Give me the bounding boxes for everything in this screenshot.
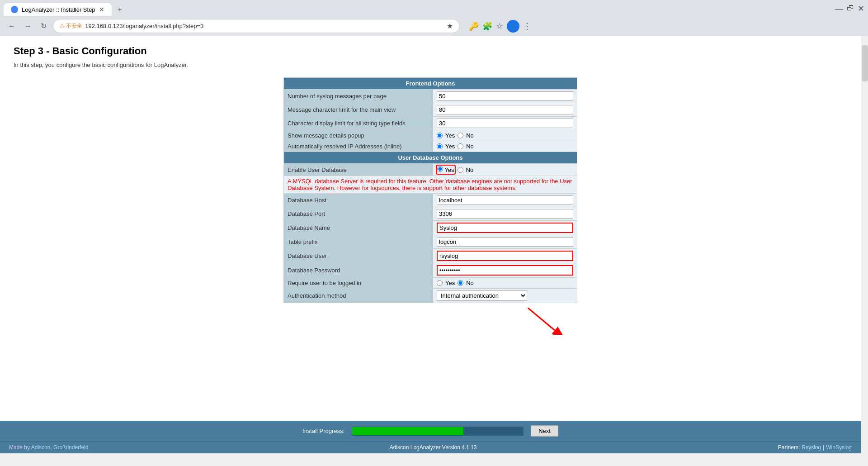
syslog-per-page-label: Number of syslog messages per page [284, 90, 433, 103]
install-progress-label: Install Progress: [302, 428, 344, 434]
char-limit-main-input[interactable] [437, 105, 573, 114]
table-row: Database User [284, 249, 577, 263]
frontend-options-title: Frontend Options [284, 78, 577, 90]
show-popup-no-radio[interactable] [458, 133, 463, 138]
tab-title: LogAnalyzer :: Installer Step [22, 6, 95, 13]
window-close-button[interactable]: ✕ [858, 5, 864, 13]
auto-resolve-cell: Yes No [433, 141, 577, 152]
auto-resolve-no-label: No [466, 143, 474, 150]
db-pass-cell [433, 263, 577, 278]
window-minimize-button[interactable]: — [835, 5, 843, 13]
show-popup-cell: Yes No [433, 130, 577, 141]
reload-button[interactable]: ↻ [38, 20, 49, 32]
char-limit-string-label: Character display limit for all string t… [284, 117, 433, 130]
auto-resolve-yes-radio[interactable] [437, 143, 443, 149]
enable-db-no-label: No [466, 166, 474, 173]
enable-db-yes-radio[interactable] [437, 166, 443, 172]
require-login-no-radio[interactable] [458, 280, 463, 286]
show-popup-no-label: No [466, 132, 474, 139]
require-login-yes-radio[interactable] [437, 280, 443, 286]
mysql-warning-row: A MYSQL database Server is required for … [284, 176, 577, 194]
footer-winsyslog-link[interactable]: WinSyslog [826, 444, 852, 451]
frontend-options-header: Frontend Options [284, 78, 577, 90]
new-tab-button[interactable]: + [113, 3, 127, 16]
page-description: In this step, you configure the basic co… [14, 62, 847, 68]
svg-line-1 [528, 308, 555, 330]
table-row: Enable User Database Yes No [284, 164, 577, 176]
user-avatar-icon: 👤 [509, 23, 517, 30]
db-name-label: Database Name [284, 221, 433, 235]
footer-center: Adiscon LogAnalyzer Version 4.1.13 [390, 444, 477, 451]
enable-user-db-label: Enable User Database [284, 164, 433, 176]
table-row: Database Password [284, 263, 577, 278]
bookmark-icon[interactable]: ☆ [496, 21, 503, 31]
tab-close-button[interactable]: ✕ [99, 6, 104, 13]
arrow-container [283, 303, 577, 339]
db-port-input[interactable] [437, 209, 573, 219]
auto-resolve-no-radio[interactable] [458, 143, 463, 149]
extensions-icon[interactable]: 🧩 [482, 21, 492, 31]
table-row: Database Name [284, 221, 577, 235]
footer-adiscon-link[interactable]: Adiscon, Großrinderfeld [31, 444, 89, 451]
auth-method-cell: Internal authentication LDAP authenticat… [433, 289, 577, 303]
char-limit-main-cell [433, 103, 577, 117]
progress-bar-fill [352, 427, 463, 435]
table-row: Authentication method Internal authentic… [284, 289, 577, 303]
footer-separator: | [823, 444, 824, 451]
show-popup-yes-radio[interactable] [437, 133, 443, 138]
browser-tab[interactable]: LogAnalyzer :: Installer Step ✕ [4, 3, 112, 16]
page-content: Step 3 - Basic Configuration In this ste… [0, 36, 861, 421]
progress-bar-track [352, 427, 524, 436]
url-display: 192.168.0.123/loganalyzer/install.php?st… [85, 23, 444, 29]
db-host-label: Database Host [284, 194, 433, 207]
auth-method-label: Authentication method [284, 289, 433, 303]
require-login-label: Require user to be logged in [284, 278, 433, 289]
footer-rsyslog-link[interactable]: Rsyslog [802, 444, 821, 451]
page-footer: Made by Adiscon, Großrinderfeld Adiscon … [0, 441, 861, 453]
db-user-input[interactable] [437, 251, 573, 261]
user-profile-button[interactable]: 👤 [507, 20, 519, 33]
table-row: Message character limit for the main vie… [284, 103, 577, 117]
db-host-cell [433, 194, 577, 207]
mysql-warning-text: A MYSQL database Server is required for … [284, 176, 577, 194]
footer-partners-label: Partners: [778, 444, 800, 451]
enable-db-yes-highlight: Yes [437, 166, 455, 174]
user-db-options-header: User Database Options [284, 152, 577, 164]
auth-method-select[interactable]: Internal authentication LDAP authenticat… [437, 290, 527, 301]
back-button[interactable]: ← [5, 20, 18, 32]
table-row: Database Host [284, 194, 577, 207]
table-row: Table prefix [284, 235, 577, 249]
require-login-cell: Yes No [433, 278, 577, 289]
user-db-options-title: User Database Options [284, 152, 577, 164]
password-manager-icon[interactable]: 🔑 [469, 21, 479, 31]
table-row: Database Port [284, 207, 577, 221]
db-port-cell [433, 207, 577, 221]
char-limit-main-label: Message character limit for the main vie… [284, 103, 433, 117]
db-name-cell [433, 221, 577, 235]
syslog-per-page-input[interactable] [437, 91, 573, 101]
db-user-cell [433, 249, 577, 263]
require-login-no-label: No [466, 280, 474, 286]
scrollbar-thumb[interactable] [862, 45, 868, 81]
table-prefix-input[interactable] [437, 237, 573, 247]
bookmark-star-icon[interactable]: ★ [447, 22, 453, 30]
address-bar[interactable]: ⚠ 不安全 192.168.0.123/loganalyzer/install.… [53, 19, 460, 33]
enable-db-yes-label: Yes [444, 166, 454, 173]
config-table: Frontend Options Number of syslog messag… [283, 77, 577, 303]
scrollbar-track[interactable] [861, 36, 868, 453]
db-user-label: Database User [284, 249, 433, 263]
db-host-input[interactable] [437, 195, 573, 205]
db-pass-input[interactable] [437, 265, 573, 276]
auto-resolve-yes-label: Yes [445, 143, 455, 150]
show-popup-yes-label: Yes [445, 132, 455, 139]
enable-db-no-radio[interactable] [458, 167, 463, 173]
footer-left: Made by Adiscon, Großrinderfeld [9, 444, 88, 451]
window-restore-button[interactable]: 🗗 [847, 5, 854, 13]
db-name-input[interactable] [437, 223, 573, 233]
menu-button[interactable]: ⋮ [523, 21, 531, 31]
tab-favicon [11, 6, 18, 13]
forward-button[interactable]: → [22, 20, 34, 32]
next-button[interactable]: Next [531, 425, 558, 437]
auto-resolve-label: Automatically resolved IP Addresses (inl… [284, 141, 433, 152]
char-limit-string-input[interactable] [437, 119, 573, 128]
